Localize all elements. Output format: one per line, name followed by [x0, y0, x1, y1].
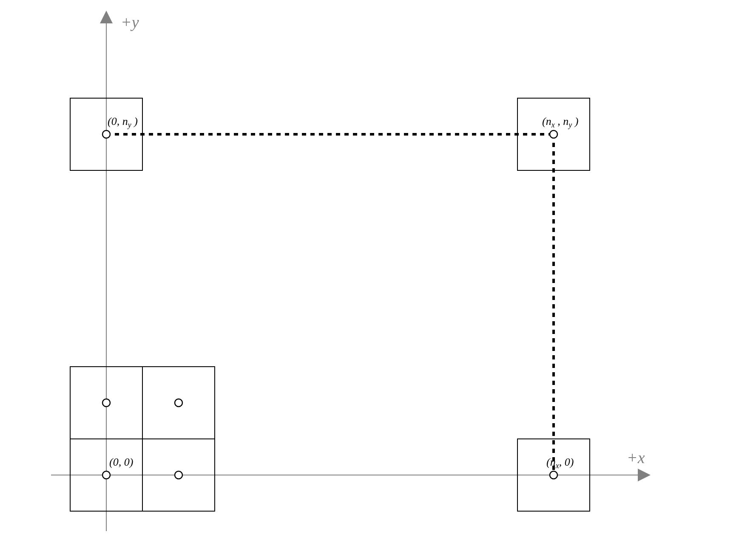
- dot-1-1: [175, 399, 182, 407]
- label-nx-0: (nx, 0): [546, 456, 574, 469]
- x-axis-arrow: [638, 469, 651, 481]
- y-axis-label: +y: [121, 13, 139, 31]
- dot-nx-ny: [550, 130, 557, 138]
- diagram-svg: [0, 0, 756, 560]
- label-nx-ny: (nx , ny ): [542, 115, 578, 128]
- dot-origin: [102, 471, 110, 479]
- dot-nx-0: [550, 471, 557, 479]
- label-0-ny: (0, ny ): [108, 115, 138, 128]
- label-origin: (0, 0): [109, 456, 133, 469]
- dot-0-1: [102, 399, 110, 407]
- diagram-canvas: +x +y (0, 0) (0, ny ) (nx , ny ) (nx, 0): [0, 0, 756, 560]
- x-axis-label: +x: [627, 448, 645, 467]
- dot-0-ny: [102, 130, 110, 138]
- dot-1-0: [175, 471, 182, 479]
- y-axis-arrow: [100, 11, 113, 23]
